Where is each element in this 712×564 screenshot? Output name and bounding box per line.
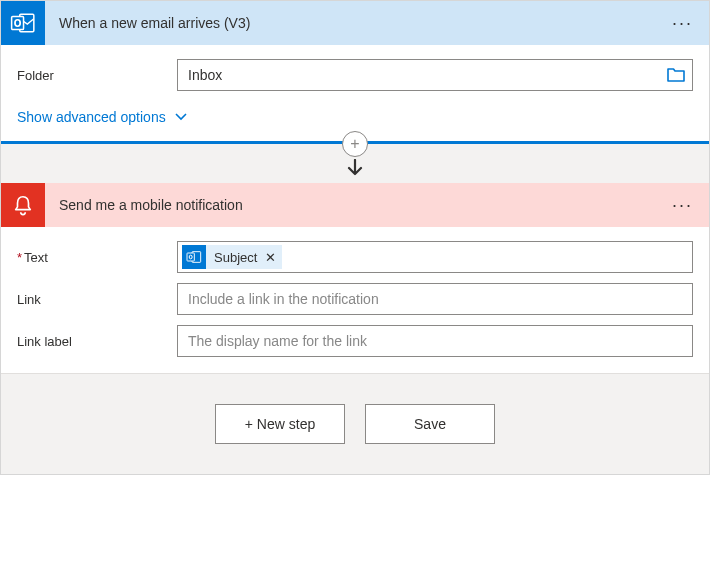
folder-label: Folder <box>17 68 177 83</box>
outlook-icon <box>1 1 45 45</box>
link-row: Link <box>17 283 693 315</box>
footer: + New step Save <box>1 373 709 474</box>
trigger-header[interactable]: When a new email arrives (V3) ··· <box>1 1 709 45</box>
action-menu-button[interactable]: ··· <box>668 191 697 220</box>
action-title: Send me a mobile notification <box>45 197 668 213</box>
add-step-between-button[interactable]: + <box>342 131 368 157</box>
folder-row: Folder <box>17 59 693 91</box>
save-button[interactable]: Save <box>365 404 495 444</box>
token-remove-button[interactable]: ✕ <box>265 250 276 265</box>
trigger-body: Folder Show advanced options <box>1 45 709 141</box>
text-input[interactable]: Subject ✕ <box>177 241 693 273</box>
folder-picker-button[interactable] <box>665 64 687 86</box>
flow-canvas: When a new email arrives (V3) ··· Folder… <box>0 0 710 475</box>
outlook-icon <box>182 245 206 269</box>
trigger-title: When a new email arrives (V3) <box>45 15 668 31</box>
advanced-options-label: Show advanced options <box>17 109 166 125</box>
text-label: *Text <box>17 250 177 265</box>
trigger-menu-button[interactable]: ··· <box>668 9 697 38</box>
link-input[interactable] <box>177 283 693 315</box>
folder-icon <box>667 68 685 82</box>
svg-rect-4 <box>187 253 194 261</box>
notification-icon <box>1 183 45 227</box>
new-step-button[interactable]: + New step <box>215 404 345 444</box>
action-card: Send me a mobile notification ··· *Text <box>1 183 709 373</box>
text-row: *Text Subject ✕ <box>17 241 693 273</box>
svg-rect-1 <box>12 17 24 30</box>
trigger-card: When a new email arrives (V3) ··· Folder… <box>1 1 709 144</box>
linklabel-input[interactable] <box>177 325 693 357</box>
action-body: *Text Subject ✕ <box>1 227 709 373</box>
show-advanced-options-link[interactable]: Show advanced options <box>17 105 188 131</box>
linklabel-row: Link label <box>17 325 693 357</box>
subject-token: Subject ✕ <box>182 245 282 269</box>
chevron-down-icon <box>174 112 188 122</box>
linklabel-label: Link label <box>17 334 177 349</box>
token-label: Subject <box>214 250 257 265</box>
arrow-down-icon <box>346 159 364 179</box>
link-label: Link <box>17 292 177 307</box>
connector-area: + <box>1 144 709 183</box>
folder-input[interactable] <box>177 59 693 91</box>
action-header[interactable]: Send me a mobile notification ··· <box>1 183 709 227</box>
